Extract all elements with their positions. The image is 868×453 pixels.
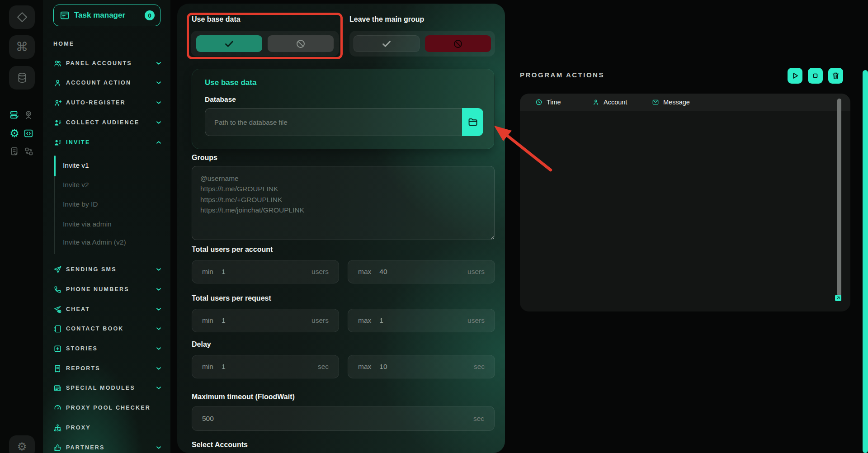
sidebar-item-contact-book[interactable]: CONTACT BOOK (53, 323, 162, 335)
play-icon (791, 71, 799, 80)
paper-plane-plus-icon (53, 305, 62, 314)
chevron-down-icon (156, 60, 162, 66)
table-header: Time Account Message (520, 94, 850, 111)
select-accounts-label: Select Accounts (192, 441, 248, 449)
groups-textarea[interactable] (192, 166, 495, 240)
sidebar-item-collect-audience[interactable]: COLLECT AUDIENCE (53, 117, 162, 128)
check-icon (381, 38, 392, 49)
code-window-icon[interactable] (24, 128, 33, 138)
chevron-down-icon (156, 326, 162, 332)
person-list-icon (53, 118, 62, 127)
gear-icon: ⚙ (17, 441, 27, 452)
sidebar-item-proxy[interactable]: PROXY (53, 422, 162, 434)
max-timeout-field[interactable]: 500 sec (192, 406, 495, 431)
database-icon-button[interactable] (9, 66, 35, 90)
leave-main-group-toggle (349, 31, 495, 57)
total-users-per-request-label: Total users per request (192, 294, 271, 302)
column-header-time: Time (535, 94, 561, 111)
swap-icon[interactable] (24, 146, 34, 156)
active-item-indicator (54, 156, 56, 176)
database-path-input[interactable] (205, 108, 462, 136)
users-per-request-max-field[interactable]: max 1 users (348, 309, 495, 332)
use-base-data-yes-button[interactable] (196, 35, 262, 52)
sidebar-item-sending-sms[interactable]: SENDING SMS (53, 264, 162, 275)
webcam-icon[interactable] (24, 110, 33, 120)
settings-gear-button[interactable]: ⚙ (9, 435, 35, 453)
sidebar-item-auto-register[interactable]: AUTO-REGISTER (53, 97, 162, 109)
browse-folder-button[interactable] (462, 108, 483, 136)
submenu-item-invite-v2[interactable]: Invite v2 (63, 181, 89, 189)
chevron-down-icon (156, 286, 162, 293)
invite-submenu: Invite v1 Invite v2 Invite by ID Invite … (54, 156, 158, 254)
folder-icon (467, 117, 478, 127)
stop-icon (811, 71, 820, 80)
table-resize-handle[interactable] (835, 295, 841, 301)
sidebar-item-partners[interactable]: PARTNERS (53, 442, 162, 453)
max-timeout-label: Maximum timeout (FloodWait) (192, 393, 295, 401)
delay-max-field[interactable]: max 10 sec (348, 355, 495, 378)
submenu-item-invite-v1[interactable]: Invite v1 (63, 161, 89, 170)
task-manager-button[interactable]: Task manager 0 (53, 5, 160, 26)
column-header-account: Account (592, 94, 627, 111)
sidebar-item-cheat[interactable]: CHEAT (53, 303, 162, 315)
use-base-data-no-button[interactable] (268, 35, 334, 52)
sidebar-item-home[interactable]: HOME (53, 38, 162, 50)
card-title: Use base data (205, 78, 256, 87)
sidebar-item-account-action[interactable]: ACCOUNT ACTION (53, 77, 162, 89)
page-scrollbar[interactable] (863, 70, 868, 453)
document-check-icon[interactable] (9, 146, 19, 156)
users-per-account-min-field[interactable]: min 1 users (192, 260, 339, 283)
users-per-account-max-field[interactable]: max 40 users (348, 260, 495, 283)
sidebar-item-panel-accounts[interactable]: PANEL ACCOUNTS (53, 57, 162, 69)
chevron-down-icon (156, 444, 162, 451)
person-list-icon (53, 138, 62, 147)
sidebar-item-invite[interactable]: INVITE (53, 137, 162, 148)
invite-v1-form-panel: Use base data Leave the main group Use b… (177, 4, 505, 453)
column-header-message: Message (652, 94, 690, 111)
delay-min-field[interactable]: min 1 sec (192, 355, 339, 378)
sidebar-item-special-modules[interactable]: SPECIAL MODULES (53, 382, 162, 394)
gear-badge-icon[interactable]: ⚙ (9, 128, 19, 138)
program-actions-table: Time Account Message (520, 94, 850, 311)
sidebar-item-proxy-pool-checker[interactable]: PROXY POOL CHECKER (53, 402, 162, 414)
envelope-icon (652, 99, 659, 106)
paper-plane-icon (53, 265, 62, 274)
phone-icon (53, 285, 62, 294)
server-check-icon[interactable] (9, 110, 19, 120)
leave-group-yes-button[interactable] (354, 35, 420, 52)
gauge-icon (53, 404, 62, 412)
sidebar-item-reports[interactable]: REPORTS (53, 363, 162, 374)
person-icon (592, 99, 599, 106)
database-input-row (205, 108, 483, 136)
chevron-down-icon (156, 119, 162, 126)
chevron-down-icon (156, 385, 162, 391)
submenu-item-invite-via-admin-v2[interactable]: Invite via Admin (v2) (63, 238, 126, 246)
icon-rail: ⌘ ⚙ ⚙ (0, 0, 43, 453)
task-manager-icon (60, 10, 70, 20)
total-users-per-account-label: Total users per account (192, 245, 273, 254)
trash-icon (831, 71, 840, 80)
gem-icon-button[interactable] (9, 5, 35, 29)
groups-label: Groups (192, 154, 217, 162)
chevron-down-icon (156, 80, 162, 86)
chevron-down-icon (156, 99, 162, 106)
sidebar-item-phone-numbers[interactable]: PHONE NUMBERS (53, 283, 162, 295)
run-button[interactable] (788, 68, 802, 84)
chevron-down-icon (156, 345, 162, 352)
receipt-icon (53, 364, 62, 373)
users-per-request-min-field[interactable]: min 1 users (192, 309, 339, 332)
submenu-item-invite-by-id[interactable]: Invite by ID (63, 200, 98, 208)
stop-button[interactable] (808, 68, 823, 84)
leave-group-no-button[interactable] (425, 35, 491, 52)
chevron-down-icon (156, 306, 162, 312)
submenu-item-invite-via-admin[interactable]: Invite via admin (63, 220, 112, 228)
database-label: Database (205, 95, 236, 104)
sidebar: Task manager 0 HOME PANEL ACCOUNTS ACCOU… (43, 0, 170, 453)
task-manager-label: Task manager (74, 11, 125, 20)
table-scrollbar-thumb[interactable] (837, 99, 841, 296)
clear-log-button[interactable] (828, 68, 843, 84)
use-base-data-toggle (191, 31, 339, 57)
command-icon-button[interactable]: ⌘ (9, 35, 35, 59)
sidebar-item-stories[interactable]: STORIES (53, 343, 162, 354)
person-icon (53, 79, 62, 87)
